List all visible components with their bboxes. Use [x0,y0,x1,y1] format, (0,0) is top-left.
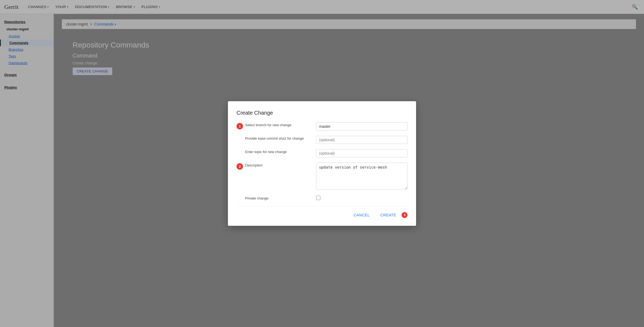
description-textarea[interactable]: update version of service-mesh [316,163,407,190]
step-1-badge: 1 [237,123,243,129]
step-2-badge: 2 [237,163,243,170]
private-change-row: Private change [237,196,407,201]
private-change-label: Private change [245,196,269,200]
topic-input[interactable] [316,149,407,157]
create-button[interactable]: CREATE [377,211,399,219]
create-step-badge: 3 [402,212,407,218]
base-commit-input[interactable] [316,136,407,144]
modal-overlay[interactable]: Create Change 1 Select branch for new ch… [0,0,644,327]
create-button-wrapper: CREATE 3 [377,211,407,219]
base-commit-row: Provide base commit sha1 for change [237,136,407,144]
topic-label: Enter topic for new change [245,149,287,155]
base-commit-label: Provide base commit sha1 for change [245,136,304,141]
private-change-checkbox[interactable] [316,196,320,200]
branch-row: 1 Select branch for new change [237,122,407,130]
modal-title: Create Change [237,110,407,116]
description-label: Description [245,163,263,168]
modal-actions: CANCEL CREATE 3 [237,206,407,219]
description-row: 2 Description update version of service-… [237,163,407,190]
branch-input[interactable] [316,122,407,130]
cancel-button[interactable]: CANCEL [350,211,373,219]
create-change-modal: Create Change 1 Select branch for new ch… [228,101,416,226]
branch-label: Select branch for new change [245,122,291,128]
topic-row: Enter topic for new change [237,149,407,157]
